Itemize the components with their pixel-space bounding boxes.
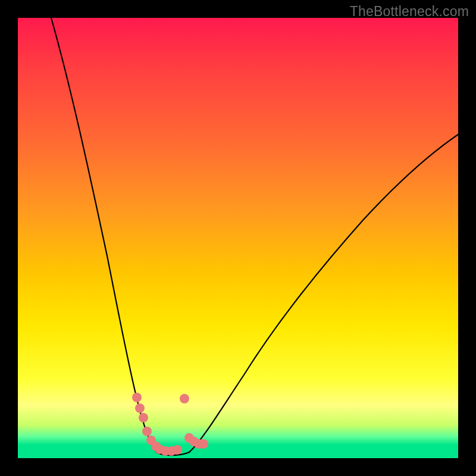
- svg-point-14: [173, 445, 182, 455]
- curve-layer: [18, 18, 458, 458]
- svg-point-2: [139, 413, 148, 422]
- svg-point-3: [142, 427, 152, 436]
- floor-dots: [155, 444, 182, 456]
- watermark-text: TheBottleneck.com: [350, 4, 469, 20]
- chart-frame: TheBottleneck.com: [0, 0, 476, 476]
- svg-point-10: [199, 439, 208, 449]
- left-curve: [51, 18, 156, 452]
- right-dots: [180, 394, 208, 449]
- svg-point-1: [135, 403, 145, 413]
- svg-point-6: [180, 394, 189, 403]
- plot-area: [18, 18, 458, 458]
- right-curve: [189, 134, 458, 452]
- left-dots: [132, 393, 161, 451]
- svg-point-0: [132, 393, 142, 402]
